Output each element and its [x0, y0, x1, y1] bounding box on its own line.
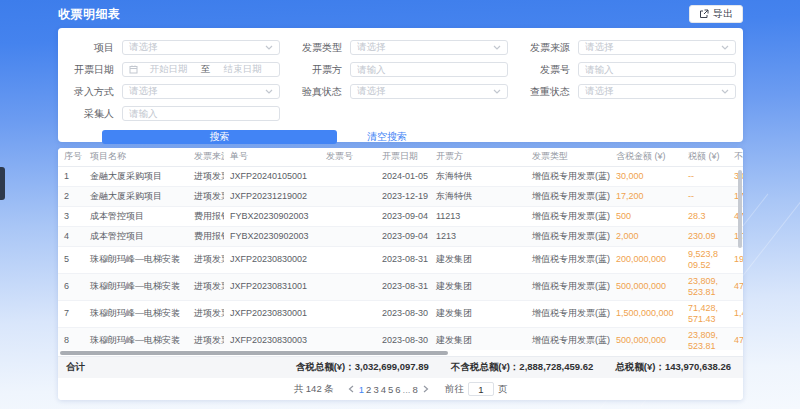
- page-number[interactable]: 6: [395, 384, 400, 395]
- pagination-total: 共 142 条: [294, 383, 334, 396]
- column-header: 税额 (¥): [682, 148, 728, 166]
- page-number-list: 123456...8: [358, 384, 419, 395]
- duplicate-status-label: 查重状态: [522, 85, 570, 99]
- topbar: 收票明细表 导出: [0, 0, 800, 28]
- goto-suffix: 页: [498, 383, 508, 396]
- pagination-bar: 共 142 条 123456...8 前往 页: [58, 378, 743, 400]
- table-cell: --: [682, 186, 728, 206]
- table-row[interactable]: 4成本管控项目费用报销FYBX202309020032023-09-041213…: [58, 226, 743, 246]
- table-cell: 金融大厦采购项目: [84, 186, 188, 206]
- table-cell: 6: [58, 273, 84, 300]
- project-select[interactable]: 请选择: [122, 40, 280, 55]
- table-cell: 1,500,000,000: [610, 300, 682, 327]
- search-button[interactable]: 搜索: [102, 130, 337, 144]
- table-cell: 8: [58, 327, 84, 350]
- table-cell: 进项发票: [188, 246, 224, 273]
- duplicate-status-select[interactable]: 请选择: [578, 84, 736, 99]
- table-cell: 增值税专用发票(蓝): [526, 206, 610, 226]
- page-number[interactable]: 4: [381, 384, 386, 395]
- end-date-placeholder: 结束日期: [212, 63, 273, 76]
- issuer-input[interactable]: [357, 64, 501, 75]
- next-page-icon[interactable]: [419, 385, 433, 393]
- table-cell: 增值税专用发票(蓝): [526, 300, 610, 327]
- table-row[interactable]: 8珠穆朗玛峰—电梯安装进项发票JXFP202308300032023-08-30…: [58, 327, 743, 350]
- table-cell: 进项发票: [188, 327, 224, 350]
- column-header: 序号: [58, 148, 84, 166]
- verify-status-placeholder: 请选择: [357, 85, 493, 98]
- table-cell: [320, 246, 376, 273]
- invoice-source-placeholder: 请选择: [585, 41, 721, 54]
- table-row[interactable]: 7珠穆朗玛峰—电梯安装进项发票JXFP202308300012023-08-30…: [58, 300, 743, 327]
- table-cell: 19: [728, 246, 743, 273]
- page-ellipsis: ...: [403, 384, 411, 395]
- page-number[interactable]: 1: [359, 384, 364, 395]
- table-cell: JXFP20231219002: [224, 186, 320, 206]
- table-cell: 东海特供: [430, 186, 526, 206]
- table-cell: 金融大厦采购项目: [84, 166, 188, 186]
- horizontal-scrollbar-track: [58, 350, 743, 356]
- prev-page-icon[interactable]: [344, 385, 358, 393]
- column-header: 发票号: [320, 148, 376, 166]
- project-label: 项目: [66, 41, 114, 55]
- entry-method-select[interactable]: 请选择: [122, 84, 280, 99]
- page-number[interactable]: 3: [373, 384, 378, 395]
- clear-search-link[interactable]: 清空搜索: [367, 130, 407, 144]
- entry-method-placeholder: 请选择: [129, 85, 265, 98]
- chevron-down-icon: [493, 89, 501, 94]
- table-cell: 500,000,000: [610, 273, 682, 300]
- invoice-no-input[interactable]: [585, 64, 729, 75]
- table-row[interactable]: 2金融大厦采购项目进项发票JXFP202312190022023-12-19东海…: [58, 186, 743, 206]
- table-cell: 增值税专用发票(蓝): [526, 226, 610, 246]
- goto-page-input[interactable]: [468, 382, 494, 396]
- table-row[interactable]: 1金融大厦采购项目进项发票JXFP202401050012024-01-05东海…: [58, 166, 743, 186]
- table-cell: 1213: [430, 226, 526, 246]
- table-cell: 2023-08-30: [376, 300, 430, 327]
- issuer-field-wrap: [350, 62, 508, 77]
- column-header: 发票来源: [188, 148, 224, 166]
- page-number[interactable]: 8: [413, 384, 418, 395]
- table-cell: JXFP20230830001: [224, 300, 320, 327]
- collapsed-drawer-handle[interactable]: [0, 167, 5, 200]
- chevron-down-icon: [493, 45, 501, 50]
- date-range-separator: 至: [201, 63, 211, 76]
- page-number[interactable]: 5: [388, 384, 393, 395]
- invoice-date-label: 开票日期: [66, 63, 114, 77]
- table-row[interactable]: 5珠穆朗玛峰—电梯安装进项发票JXFP202308300022023-08-31…: [58, 246, 743, 273]
- table-cell: 1: [58, 166, 84, 186]
- invoice-date-range-picker[interactable]: 开始日期 至 结束日期: [122, 62, 280, 77]
- vertical-scrollbar[interactable]: [738, 170, 742, 248]
- table-cell: 200,000,000: [610, 246, 682, 273]
- table-cell: 建发集团: [430, 273, 526, 300]
- table-cell: [320, 166, 376, 186]
- chevron-down-icon: [721, 45, 729, 50]
- table-cell: 5: [58, 246, 84, 273]
- table-cell: 珠穆朗玛峰—电梯安装: [84, 273, 188, 300]
- column-header: 项目名称: [84, 148, 188, 166]
- export-button[interactable]: 导出: [689, 5, 743, 23]
- column-header: 开票日期: [376, 148, 430, 166]
- table-cell: 增值税专用发票(蓝): [526, 166, 610, 186]
- project-placeholder: 请选择: [129, 41, 265, 54]
- page-title: 收票明细表: [58, 6, 121, 23]
- table-cell: 47: [728, 273, 743, 300]
- horizontal-scrollbar-thumb[interactable]: [60, 351, 448, 355]
- table-cell: FYBX20230902003: [224, 206, 320, 226]
- table-cell: 成本管控项目: [84, 226, 188, 246]
- table-cell: 4: [58, 226, 84, 246]
- chevron-down-icon: [265, 45, 273, 50]
- invoice-no-label: 发票号: [522, 63, 570, 77]
- table-cell: 进项发票: [188, 300, 224, 327]
- total-excl-tax: 不含税总额(¥)：2,888,728,459.62: [451, 361, 594, 374]
- table-row[interactable]: 3成本管控项目费用报销FYBX202309020032023-09-041121…: [58, 206, 743, 226]
- verify-status-select[interactable]: 请选择: [350, 84, 508, 99]
- table-cell: [320, 300, 376, 327]
- table-cell: 2023-12-19: [376, 186, 430, 206]
- totals-label: 合计: [66, 361, 85, 374]
- invoice-source-select[interactable]: 请选择: [578, 40, 736, 55]
- page-number[interactable]: 2: [366, 384, 371, 395]
- collector-input[interactable]: [129, 108, 273, 119]
- table-row[interactable]: 6珠穆朗玛峰—电梯安装进项发票JXFP202308310012023-08-31…: [58, 273, 743, 300]
- table-cell: 500: [610, 206, 682, 226]
- collector-field-wrap: [122, 106, 280, 121]
- invoice-type-select[interactable]: 请选择: [350, 40, 508, 55]
